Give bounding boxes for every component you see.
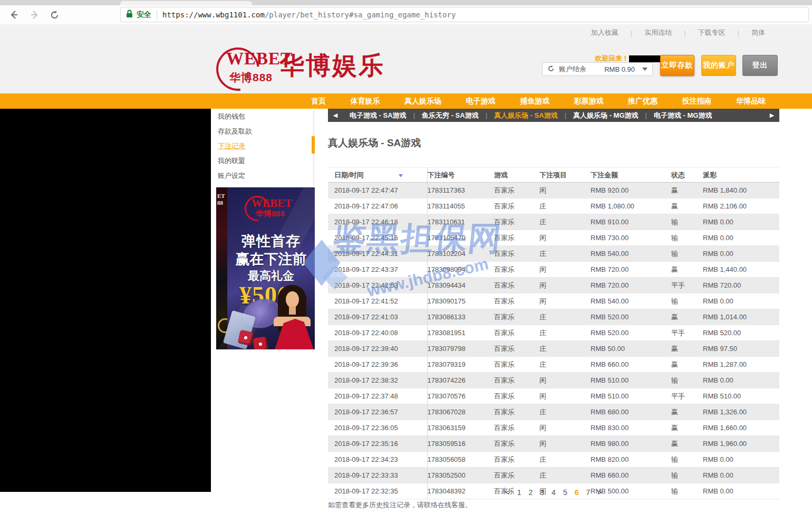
tab-separator: | (486, 111, 487, 119)
browser-active-tab[interactable] (120, 1, 252, 5)
promo-banner[interactable]: ET 88 WEBET 华博888 弹性首存 赢在下注前 最高礼金 ¥5000 (216, 187, 315, 349)
cell-7: RMB 97.50 (703, 341, 779, 357)
secure-label: 安全 (137, 10, 151, 20)
column-header-6[interactable]: 状态 (671, 168, 703, 183)
cell-3: 百家乐 (494, 357, 539, 373)
tab-separator: | (413, 111, 415, 119)
game-tabs-bar: ◀ 电子游戏 - SA游戏|鱼乐无穷 - SA游戏|真人娱乐场 - SA游戏|真… (328, 109, 779, 122)
tab-scroll-right-icon[interactable]: ▶ (765, 112, 779, 119)
pagination-page-5[interactable]: 5 (563, 488, 567, 497)
cell-4: 闲 (539, 388, 591, 404)
column-header-1[interactable]: 日期/时间 (328, 168, 427, 183)
cell-1: 2018-09-17 22:39:40 (328, 341, 427, 357)
nav-item-5[interactable]: 捕鱼游戏 (520, 97, 549, 106)
column-header-3[interactable]: 游戏 (494, 168, 539, 183)
sidebar-item-2[interactable]: 存款及取款 (218, 124, 302, 139)
cell-7: RMB 0.00 (703, 373, 779, 388)
toplink-4[interactable]: 简体 (751, 28, 765, 37)
nav-item-4[interactable]: 电子游戏 (466, 97, 496, 106)
cell-3: 百家乐 (494, 309, 539, 325)
game-tab-4[interactable]: 真人娱乐场 - MG游戏 (573, 111, 639, 120)
nav-item-1[interactable]: 首页 (311, 97, 326, 106)
cell-3: 百家乐 (494, 325, 539, 341)
banner-logo-webet: WEBET (252, 197, 292, 210)
nav-item-3[interactable]: 真人娱乐场 (404, 97, 441, 106)
cell-2: 1783110631 (427, 214, 494, 230)
deposit-button[interactable]: 立即存款 (660, 55, 694, 76)
sort-desc-icon[interactable] (399, 174, 403, 177)
cell-5: RMB 520.00 (591, 309, 671, 325)
game-tab-3[interactable]: 真人娱乐场 - SA游戏 (494, 111, 558, 120)
cell-3: 百家乐 (494, 262, 539, 278)
sidebar-item-4[interactable]: 我的联盟 (218, 154, 302, 168)
cell-6: 平手 (671, 325, 703, 341)
refresh-icon[interactable] (46, 7, 62, 22)
table-row: 2018-09-17 22:37:481783070576百家乐闲RMB 510… (328, 388, 779, 404)
toplink-1[interactable]: 加入收藏 (591, 28, 618, 37)
column-header-2[interactable]: 下注编号 (427, 168, 494, 183)
cell-5: RMB 510.00 (591, 373, 671, 388)
forward-icon[interactable] (26, 7, 42, 22)
nav-item-9[interactable]: 华博品味 (736, 97, 766, 106)
pagination-prev[interactable]: < (506, 488, 510, 497)
logout-button[interactable]: 登出 (742, 55, 778, 76)
table-row: 2018-09-17 22:33:331783052500百家乐庄RMB 660… (328, 468, 779, 483)
sidebar-item-5[interactable]: 账户设定 (218, 168, 302, 183)
cell-3: 百家乐 (494, 404, 539, 420)
address-bar[interactable]: 安全 https://www.wbg1101.com/player/bet_hi… (120, 7, 809, 22)
separator: | (684, 29, 685, 37)
cell-6: 赢 (671, 341, 703, 357)
column-header-4[interactable]: 下注项目 (539, 168, 591, 183)
refresh-balance-icon[interactable] (547, 65, 555, 74)
sidebar-item-1[interactable]: 我的钱包 (218, 109, 302, 124)
cell-4: 闲 (539, 230, 591, 246)
balance-value: RMB 0.90 (586, 65, 635, 73)
cell-1: 2018-09-17 22:37:48 (328, 388, 427, 404)
cell-3: 百家乐 (494, 452, 539, 468)
column-header-5[interactable]: 下注金额 (591, 168, 671, 183)
table-row: 2018-09-17 22:35:161783059516百家乐闲RMB 980… (328, 436, 779, 452)
pagination-page-1[interactable]: 1 (517, 488, 521, 497)
cell-4: 庄 (539, 214, 591, 230)
caret-down-icon[interactable] (642, 68, 647, 71)
cell-2: 1783052500 (427, 468, 494, 483)
tab-scroll-left-icon[interactable]: ◀ (328, 112, 343, 119)
nav-item-6[interactable]: 彩票游戏 (574, 97, 604, 106)
cell-2: 1783081951 (427, 325, 494, 341)
game-tab-2[interactable]: 鱼乐无穷 - SA游戏 (422, 111, 479, 120)
pagination-page-7[interactable]: 7 (586, 488, 590, 497)
pagination-next[interactable]: > (597, 488, 602, 497)
separator: | (631, 29, 632, 37)
banner-logo-888: 华博888 (256, 209, 285, 219)
cell-4: 闲 (539, 293, 591, 309)
cell-3: 百家乐 (494, 230, 539, 246)
sidebar-item-3[interactable]: 下注记录 (218, 139, 302, 154)
site-header: WEBET 华博888 华博娱乐 欢迎回来 ! 账户结余 RMB 0.90 立即… (0, 41, 812, 93)
cell-4: 庄 (539, 404, 591, 420)
pagination-page-4[interactable]: 4 (552, 488, 556, 497)
cell-1: 2018-09-17 22:36:57 (328, 404, 427, 420)
back-icon[interactable] (6, 7, 22, 22)
balance-label: 账户结余 (559, 64, 586, 74)
my-account-button[interactable]: 我的账户 (701, 55, 736, 76)
nav-item-8[interactable]: 投注指南 (682, 97, 712, 106)
separator: | (738, 29, 739, 37)
toplink-3[interactable]: 下载专区 (698, 28, 726, 37)
balance-widget[interactable]: 账户结余 RMB 0.90 (542, 62, 653, 76)
tab-separator: | (565, 111, 566, 119)
cell-7: RMB 1,840.00 (703, 183, 779, 198)
cell-5: RMB 510.00 (591, 388, 671, 404)
site-logo[interactable]: WEBET 华博888 华博娱乐 (215, 43, 394, 92)
pagination-page-3[interactable]: 3 (540, 488, 544, 497)
game-tab-1[interactable]: 电子游戏 - SA游戏 (350, 111, 407, 120)
pagination-page-2[interactable]: 2 (529, 488, 533, 497)
cell-5: RMB 820.00 (591, 452, 671, 468)
column-header-7[interactable]: 派彩 (703, 168, 779, 183)
cell-4: 闲 (539, 183, 591, 198)
nav-item-7[interactable]: 推广优惠 (628, 97, 658, 106)
pagination-page-6[interactable]: 6 (575, 488, 579, 497)
table-row: 2018-09-17 22:43:371783098094百家乐闲RMB 720… (328, 262, 779, 278)
toplink-2[interactable]: 实用连结 (644, 28, 672, 37)
game-tab-5[interactable]: 电子游戏 - MG游戏 (654, 111, 712, 120)
nav-item-2[interactable]: 体育娱乐 (351, 97, 380, 106)
